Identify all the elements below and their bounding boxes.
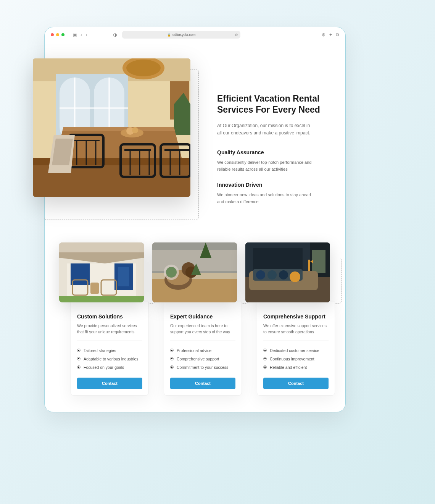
hero-copy: Efficient Vacation Rental Services For E… bbox=[217, 93, 324, 214]
hero-description: At Our Organization, our mission is to e… bbox=[217, 122, 313, 137]
card-2-bullets: Professional advice Comprehensive suppor… bbox=[170, 346, 235, 372]
svg-point-18 bbox=[166, 267, 177, 278]
browser-chrome: ▣ ‹ › ◑ 🔒 editor.yola.com ⟳ ⊕ + ⧉ bbox=[45, 27, 345, 42]
minimize-window-button[interactable] bbox=[56, 33, 59, 36]
card-2-body: Expert Guidance Our experienced team is … bbox=[164, 302, 242, 396]
svg-rect-4 bbox=[71, 263, 90, 285]
maximize-window-button[interactable] bbox=[61, 33, 64, 36]
card-3-title: Comprehensive Support bbox=[263, 313, 329, 320]
url-text: editor.yola.com bbox=[172, 33, 196, 37]
card-3-body: Comprehensive Support We offer extensive… bbox=[257, 302, 335, 396]
list-item: Focused on your goals bbox=[77, 363, 142, 372]
traffic-lights bbox=[51, 33, 64, 36]
list-item: Tailored strategies bbox=[77, 346, 142, 355]
svg-rect-34 bbox=[308, 260, 310, 271]
list-item: Comprehensive support bbox=[170, 355, 235, 363]
svg-point-32 bbox=[279, 270, 288, 279]
list-item: Professional advice bbox=[170, 346, 235, 355]
svg-rect-10 bbox=[90, 283, 99, 294]
card-1-desc: We provide personalized services that fi… bbox=[77, 323, 142, 335]
list-item: Dedicated customer service bbox=[263, 346, 329, 355]
svg-point-31 bbox=[267, 270, 277, 279]
list-item: Reliable and efficient bbox=[263, 363, 329, 372]
svg-rect-24 bbox=[312, 250, 325, 273]
card-1: Custom Solutions We provide personalized… bbox=[59, 242, 144, 396]
list-item: Commitment to your success bbox=[170, 363, 235, 372]
browser-window: ▣ ‹ › ◑ 🔒 editor.yola.com ⟳ ⊕ + ⧉ Effici… bbox=[44, 27, 346, 412]
svg-point-33 bbox=[290, 271, 300, 282]
lock-icon: 🔒 bbox=[167, 33, 171, 37]
card-2-contact-button[interactable]: Contact bbox=[170, 378, 235, 389]
card-1-bullets: Tailored strategies Adaptable to various… bbox=[77, 346, 142, 372]
card-3: Comprehensive Support We offer extensive… bbox=[245, 242, 330, 396]
close-window-button[interactable] bbox=[51, 33, 54, 36]
card-1-body: Custom Solutions We provide personalized… bbox=[71, 302, 149, 396]
list-item: Adaptable to various industries bbox=[77, 355, 142, 363]
card-row: Custom Solutions We provide personalized… bbox=[59, 242, 330, 396]
hero-title: Efficient Vacation Rental Services For E… bbox=[217, 93, 324, 115]
privacy-shield-icon[interactable]: ◑ bbox=[113, 32, 117, 37]
svg-rect-7 bbox=[59, 296, 144, 302]
new-tab-icon[interactable]: + bbox=[329, 32, 332, 37]
divider bbox=[263, 341, 329, 341]
svg-point-30 bbox=[256, 270, 265, 279]
card-3-image bbox=[245, 242, 330, 302]
feature-title-1: Quality Assurance bbox=[217, 149, 324, 155]
card-1-contact-button[interactable]: Contact bbox=[77, 378, 142, 389]
divider bbox=[77, 341, 142, 341]
svg-marker-50 bbox=[56, 127, 182, 158]
forward-icon[interactable]: › bbox=[86, 32, 87, 37]
card-3-bullets: Dedicated customer service Continuous im… bbox=[263, 346, 329, 372]
svg-rect-6 bbox=[118, 267, 129, 286]
share-icon[interactable]: ⊕ bbox=[322, 32, 325, 37]
svg-rect-1 bbox=[59, 242, 144, 252]
card-3-contact-button[interactable]: Contact bbox=[263, 378, 329, 389]
hero-image bbox=[33, 58, 190, 197]
svg-marker-51 bbox=[63, 127, 175, 131]
card-2-desc: Our experienced team is here to support … bbox=[170, 323, 235, 335]
reload-icon[interactable]: ⟳ bbox=[235, 33, 238, 37]
card-3-desc: We offer extensive support services to e… bbox=[263, 323, 329, 335]
feature-desc-2: We pioneer new ideas and solutions to st… bbox=[217, 192, 316, 205]
sidebar-icon[interactable]: ▣ bbox=[73, 32, 77, 37]
feature-title-2: Innovation Driven bbox=[217, 182, 324, 188]
card-2-image bbox=[152, 242, 237, 302]
card-1-image bbox=[59, 242, 144, 302]
svg-point-54 bbox=[132, 127, 138, 133]
svg-point-45 bbox=[126, 60, 161, 76]
divider bbox=[170, 341, 235, 341]
card-2-title: Expert Guidance bbox=[170, 313, 235, 320]
card-2: Expert Guidance Our experienced team is … bbox=[152, 242, 237, 396]
card-1-title: Custom Solutions bbox=[77, 313, 142, 320]
back-icon[interactable]: ‹ bbox=[81, 32, 82, 37]
tabs-icon[interactable]: ⧉ bbox=[336, 32, 339, 37]
url-bar[interactable]: 🔒 editor.yola.com ⟳ bbox=[122, 31, 240, 39]
feature-desc-1: We consistently deliver top-notch perfor… bbox=[217, 159, 316, 173]
list-item: Continuous improvement bbox=[263, 355, 329, 363]
